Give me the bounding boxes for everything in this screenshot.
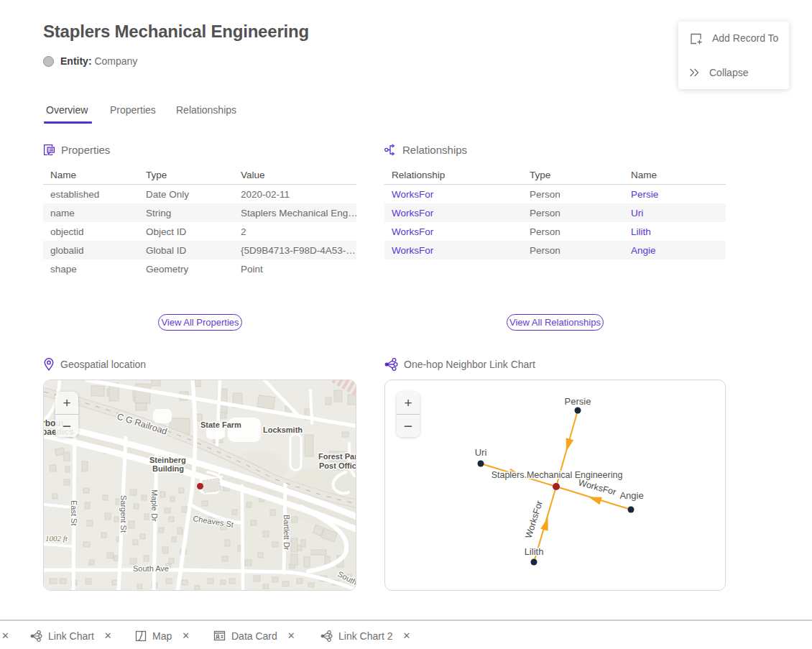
svg-text:Locksmith: Locksmith: [263, 425, 303, 434]
svg-text:Angie: Angie: [619, 490, 643, 501]
svg-text:Lilith: Lilith: [525, 546, 544, 557]
svg-text:Forest Park: Forest Park: [318, 452, 356, 461]
svg-text:Uri: Uri: [475, 447, 487, 458]
svg-text:Persie: Persie: [565, 396, 591, 407]
svg-text:Sargent St: Sargent St: [119, 495, 128, 533]
svg-text:Post Office: Post Office: [319, 461, 356, 470]
svg-text:Maple Dr: Maple Dr: [150, 489, 159, 522]
svg-text:Building: Building: [152, 464, 184, 473]
svg-text:Steinberg: Steinberg: [149, 456, 186, 464]
svg-text:East St: East St: [70, 500, 78, 525]
svg-text:Bartlett Dr: Bartlett Dr: [282, 515, 291, 551]
svg-text:WorksFor: WorksFor: [524, 500, 545, 540]
svg-text:1002 ft: 1002 ft: [45, 534, 68, 543]
svg-text:State Farm: State Farm: [200, 420, 241, 429]
svg-text:Staplers Mechanical Engineerin: Staplers Mechanical Engineering: [492, 470, 623, 480]
svg-text:South Ave: South Ave: [133, 564, 169, 573]
